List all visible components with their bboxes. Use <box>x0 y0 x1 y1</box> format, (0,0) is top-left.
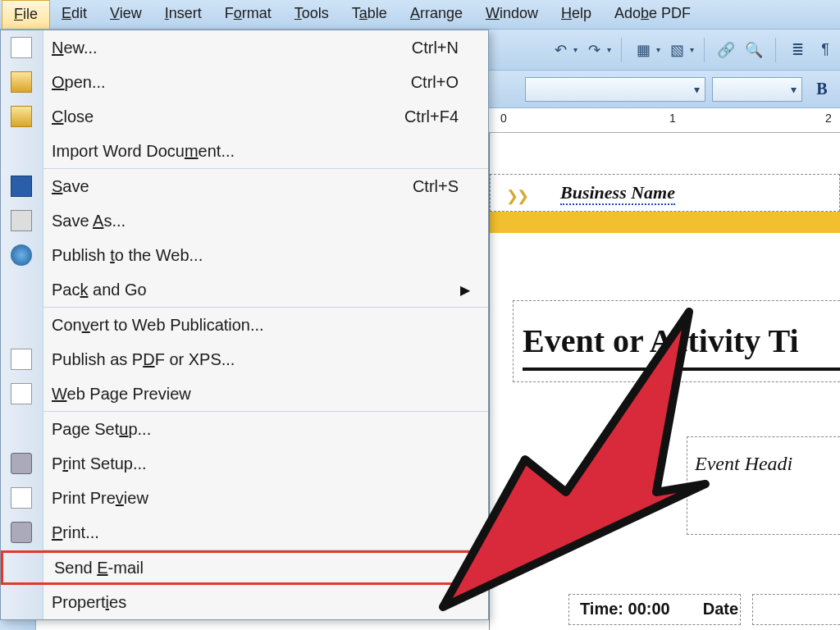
close-folder-icon <box>11 106 32 127</box>
bring-forward-button[interactable]: ▦ <box>632 39 655 62</box>
menu-item-import-word[interactable]: Import Word Document... <box>1 134 488 168</box>
horizontal-ruler: 0 1 2 <box>489 108 840 133</box>
save-icon <box>11 176 32 197</box>
menu-item-publish-pdf[interactable]: Publish as PDF or XPS... <box>1 342 488 377</box>
menu-item-label: Print... <box>52 523 99 542</box>
undo-button[interactable]: ↶ <box>549 39 572 62</box>
ruler-label: 0 <box>500 112 507 125</box>
menu-edit[interactable]: Edit <box>50 0 98 29</box>
menu-table[interactable]: Table <box>340 0 399 29</box>
menu-item-page-setup[interactable]: Page Setup... <box>1 412 488 446</box>
menu-file[interactable]: File <box>2 0 50 29</box>
menu-item-send-email[interactable]: Send E-mail <box>1 550 488 585</box>
ruler-label: 1 <box>669 112 676 125</box>
menu-shortcut: Ctrl+N <box>412 39 459 57</box>
printer-icon <box>11 453 32 474</box>
time-label[interactable]: Time: 00:00 <box>580 600 670 619</box>
redo-button[interactable]: ↷ <box>582 39 605 62</box>
event-heading-text[interactable]: Event Headi <box>695 453 792 475</box>
menu-item-label: Save As... <box>52 212 126 231</box>
menu-item-label: Open... <box>52 73 106 92</box>
pdf-icon <box>11 349 32 370</box>
menu-item-label: Print Setup... <box>52 454 147 473</box>
menu-item-label: Print Preview <box>52 489 148 508</box>
menu-item-close[interactable]: Close Ctrl+F4 <box>1 99 488 134</box>
web-icon <box>11 244 32 266</box>
menu-item-label: Save <box>52 177 89 196</box>
menu-item-label: Properties <box>52 593 126 612</box>
open-icon <box>11 71 32 93</box>
menu-shortcut: Ctrl+O <box>411 73 459 92</box>
new-icon <box>11 37 32 58</box>
menu-item-save-as[interactable]: Save As... <box>1 203 488 238</box>
save-as-icon <box>11 210 32 231</box>
menu-insert[interactable]: Insert <box>153 0 213 29</box>
heading-placeholder[interactable] <box>687 436 840 535</box>
menu-item-label: Web Page Preview <box>52 385 191 404</box>
business-name-text[interactable]: Business Name <box>560 182 675 205</box>
menu-item-web-preview[interactable]: Web Page Preview <box>1 377 488 411</box>
title-underline <box>523 368 840 371</box>
menu-item-label: Page Setup... <box>52 420 151 439</box>
toolbar-separator <box>621 38 622 62</box>
menu-item-new[interactable]: New... Ctrl+N <box>1 30 488 65</box>
menu-item-save[interactable]: Save Ctrl+S <box>1 169 488 203</box>
menu-window[interactable]: Window <box>474 0 550 29</box>
print-preview-icon <box>11 487 32 509</box>
web-preview-button[interactable]: 🔍 <box>742 39 765 62</box>
submenu-arrow-icon: ▶ <box>460 282 470 298</box>
menu-item-open[interactable]: Open... Ctrl+O <box>1 65 488 99</box>
undo-dropdown[interactable]: ▾ <box>573 45 578 54</box>
web-preview-icon <box>11 383 32 404</box>
bring-forward-dropdown[interactable]: ▾ <box>656 45 660 54</box>
menu-format[interactable]: Format <box>213 0 283 29</box>
menu-item-label: Import Word Document... <box>52 142 235 161</box>
file-menu-dropdown: New... Ctrl+N Open... Ctrl+O Close Ctrl+… <box>0 30 489 620</box>
menu-help[interactable]: Help <box>550 0 603 29</box>
menu-view[interactable]: View <box>98 0 153 29</box>
ruler-label: 2 <box>825 112 832 125</box>
menu-item-pack-go[interactable]: Pack and Go ▶ <box>1 272 488 307</box>
send-back-dropdown[interactable]: ▾ <box>690 45 694 54</box>
font-size-combo[interactable]: ▾ <box>712 77 802 102</box>
paragraph-button[interactable]: ¶ <box>814 39 837 62</box>
toolbar-separator <box>704 38 705 62</box>
menu-item-properties[interactable]: Properties <box>1 585 488 619</box>
event-title-text[interactable]: Event or Activity Ti <box>523 322 799 360</box>
chevron-down-icon: ▾ <box>791 83 797 96</box>
menu-item-label: Publish as PDF or XPS... <box>52 350 235 369</box>
menu-item-print-setup[interactable]: Print Setup... <box>1 446 488 481</box>
columns-button[interactable]: ≣ <box>786 39 809 62</box>
menu-item-print-preview[interactable]: Print Preview <box>1 481 488 515</box>
menu-shortcut: Ctrl+S <box>413 177 459 196</box>
menu-bar: File Edit View Insert Format Tools Table… <box>0 0 840 30</box>
toolbar-separator <box>775 38 776 62</box>
menu-item-publish-web[interactable]: Publish to the Web... <box>1 238 488 272</box>
chevron-down-icon: ▾ <box>694 83 700 96</box>
date-label[interactable]: Date <box>703 600 738 619</box>
special-chars-button[interactable]: 🔗 <box>714 39 737 62</box>
send-back-button[interactable]: ▧ <box>665 39 688 62</box>
menu-item-label: Send E-mail <box>54 559 144 578</box>
menu-shortcut: Ctrl+F4 <box>404 107 459 126</box>
menu-adobe-pdf[interactable]: Adobe PDF <box>603 0 702 29</box>
logo-chevrons-icon: ❯❯ <box>506 187 527 205</box>
menu-item-label: Publish to the Web... <box>52 246 203 265</box>
printer-icon <box>11 522 32 543</box>
document-canvas[interactable]: ❯❯ Business Name Event or Activity Ti Ev… <box>489 133 840 630</box>
menu-item-label: New... <box>52 39 98 57</box>
page-surface[interactable]: ❯❯ Business Name Event or Activity Ti Ev… <box>490 133 840 630</box>
menu-arrange[interactable]: Arrange <box>399 0 474 29</box>
redo-dropdown[interactable]: ▾ <box>607 45 611 54</box>
menu-item-label: Convert to Web Publication... <box>52 316 264 335</box>
bold-button[interactable]: B <box>809 77 835 102</box>
menu-item-convert-web[interactable]: Convert to Web Publication... <box>1 308 488 342</box>
menu-item-print[interactable]: Print... <box>1 515 488 550</box>
menu-item-label: Close <box>52 107 94 126</box>
menu-tools[interactable]: Tools <box>283 0 340 29</box>
menu-item-label: Pack and Go <box>52 281 147 299</box>
font-family-combo[interactable]: ▾ <box>525 77 705 102</box>
accent-bar <box>490 212 840 233</box>
